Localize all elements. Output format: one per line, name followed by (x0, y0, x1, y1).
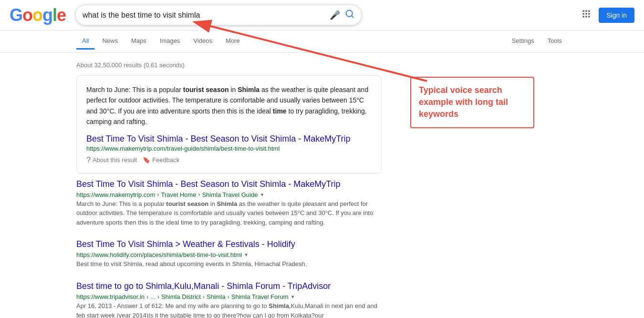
breadcrumb-arrow: › (157, 191, 159, 198)
grid-icon[interactable] (582, 9, 591, 21)
result-url-line-1: https://www.makemytrip.com › Travel Home… (76, 191, 382, 198)
featured-snippet: March to June: This is a popular tourist… (76, 75, 382, 174)
dropdown-icon-2[interactable]: ▼ (244, 252, 249, 257)
question-icon: ? (86, 156, 91, 164)
breadcrumb-arrow-3b: › (157, 294, 159, 300)
breadcrumb-3d: Shimla Travel Forum (231, 293, 289, 300)
tab-maps[interactable]: Maps (125, 33, 152, 50)
about-result-label: About this result (93, 156, 137, 164)
sign-in-button[interactable]: Sign in (599, 8, 634, 23)
result-url-1: https://www.makemytrip.com (76, 191, 155, 198)
tab-settings[interactable]: Settings (506, 33, 540, 50)
results-area: About 32,50,000 results (0.61 seconds) M… (0, 53, 644, 318)
voice-search-text: Typical voice search example with long t… (419, 84, 526, 121)
svg-rect-6 (586, 13, 587, 14)
breadcrumb-1a: Travel Home (161, 191, 196, 198)
tab-images[interactable]: Images (154, 33, 186, 50)
svg-rect-7 (588, 13, 590, 14)
main-results: About 32,50,000 results (0.61 seconds) M… (76, 58, 391, 318)
nav-tabs: All News Maps Images Videos More Setting… (0, 31, 644, 53)
voice-search-annotation: Typical voice search example with long t… (410, 77, 534, 128)
svg-rect-9 (586, 16, 587, 17)
result-title-1[interactable]: Best Time To Visit Shimla - Best Season … (76, 179, 341, 189)
snippet-link-line: Best Time To Visit Shimla - Best Season … (86, 134, 372, 152)
snippet-text: March to June: This is a popular tourist… (86, 84, 372, 127)
feedback-label: Feedback (152, 156, 179, 164)
snippet-footer: ? About this result 🔖 Feedback (86, 156, 372, 164)
search-bar: what is the best time to visit shimla 🎤 (75, 5, 362, 25)
breadcrumb-1b: Shimla Travel Guide (202, 191, 258, 198)
result-desc-2: Best time to visit Shimla, read about up… (76, 259, 382, 269)
top-bar: Google what is the best time to visit sh… (0, 0, 644, 31)
tab-news[interactable]: News (96, 33, 124, 50)
dropdown-icon-3[interactable]: ▼ (291, 294, 295, 299)
feedback-link[interactable]: 🔖 Feedback (143, 156, 179, 164)
svg-rect-2 (583, 10, 584, 12)
svg-rect-10 (588, 16, 590, 17)
svg-line-1 (352, 16, 353, 18)
svg-rect-3 (586, 10, 587, 12)
breadcrumb-arrow-3a: › (146, 294, 148, 300)
breadcrumb-arrow-2: › (198, 191, 200, 198)
tab-all[interactable]: All (76, 33, 94, 50)
right-panel: Typical voice search example with long t… (410, 77, 534, 318)
breadcrumb-3a: ... (150, 293, 156, 300)
bookmark-icon: 🔖 (143, 156, 150, 164)
tab-more[interactable]: More (220, 33, 246, 50)
search-button[interactable] (345, 9, 354, 21)
top-right-actions: Sign in (582, 8, 634, 23)
search-result: Best Time To Visit Shimla - Best Season … (76, 178, 382, 227)
breadcrumb-3c: Shimla (207, 293, 226, 300)
result-title-2[interactable]: Best Time To Visit Shimla > Weather & Fe… (76, 239, 295, 249)
svg-rect-4 (588, 10, 590, 12)
snippet-url: https://www.makemytrip.com/travel-guide/… (86, 145, 372, 152)
about-result[interactable]: ? About this result (86, 156, 137, 164)
result-desc-1: March to June: This is a popular tourist… (76, 199, 382, 227)
breadcrumb-3b: Shimla District (161, 293, 201, 300)
breadcrumb-arrow-3c: › (203, 294, 205, 300)
result-url-line-3: https://www.tripadvisor.in › ... › Shiml… (76, 293, 382, 300)
result-title-3[interactable]: Best time to go to Shimla,Kulu,Manali - … (76, 281, 331, 291)
search-result: Best time to go to Shimla,Kulu,Manali - … (76, 280, 382, 318)
search-result: Best Time To Visit Shimla > Weather & Fe… (76, 238, 382, 269)
result-desc-3: Apr 16, 2013 - Answer 1 of 612: Me and m… (76, 301, 382, 318)
breadcrumb-arrow-3d: › (228, 294, 229, 300)
search-input[interactable]: what is the best time to visit shimla (83, 11, 325, 20)
mic-icon[interactable]: 🎤 (330, 10, 340, 21)
result-url-line-2: https://www.holidify.com/places/shimla/b… (76, 251, 382, 258)
tab-tools[interactable]: Tools (542, 33, 568, 50)
result-url-2: https://www.holidify.com/places/shimla/b… (76, 251, 242, 258)
svg-rect-5 (583, 13, 584, 14)
dropdown-icon-1[interactable]: ▼ (260, 192, 264, 197)
result-url-3: https://www.tripadvisor.in (76, 293, 145, 300)
tab-videos[interactable]: Videos (187, 33, 218, 50)
google-logo: Google (10, 5, 66, 25)
snippet-link[interactable]: Best Time To Visit Shimla - Best Season … (86, 134, 351, 144)
results-count: About 32,50,000 results (0.61 seconds) (76, 62, 391, 69)
svg-rect-8 (583, 16, 584, 17)
